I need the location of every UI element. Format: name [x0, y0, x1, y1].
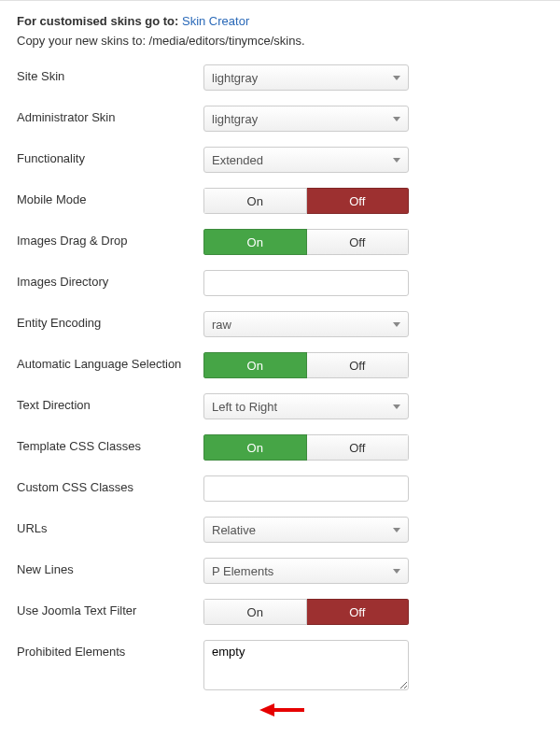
- urls-label: URLs: [17, 517, 203, 535]
- mobile-mode-off[interactable]: Off: [307, 188, 410, 214]
- text-direction-select[interactable]: Left to Right: [203, 393, 409, 419]
- new-lines-select[interactable]: P Elements: [203, 558, 409, 584]
- images-dir-label: Images Directory: [17, 270, 203, 289]
- entity-encoding-label: Entity Encoding: [17, 311, 203, 330]
- images-drag-off[interactable]: Off: [307, 229, 410, 255]
- text-direction-label: Text Direction: [17, 393, 203, 412]
- intro-prefix: For customised skins go to:: [17, 14, 182, 28]
- site-skin-value: lightgray: [212, 71, 258, 85]
- auto-lang-label: Automatic Language Selection: [17, 352, 203, 371]
- intro-line: For customised skins go to: Skin Creator: [17, 14, 543, 28]
- mobile-mode-on[interactable]: On: [203, 188, 307, 214]
- skin-creator-link[interactable]: Skin Creator: [182, 14, 249, 28]
- chevron-down-icon: [393, 76, 400, 80]
- entity-encoding-value: raw: [212, 318, 231, 332]
- template-css-toggle[interactable]: On Off: [203, 434, 409, 461]
- chevron-down-icon: [393, 158, 400, 163]
- prohibited-label: Prohibited Elements: [17, 640, 203, 659]
- chevron-down-icon: [393, 569, 400, 574]
- auto-lang-off[interactable]: Off: [307, 352, 410, 378]
- images-dir-input[interactable]: [203, 270, 409, 296]
- template-css-label: Template CSS Classes: [17, 434, 203, 453]
- chevron-down-icon: [393, 117, 400, 121]
- images-drag-label: Images Drag & Drop: [17, 229, 203, 248]
- joomla-filter-off[interactable]: Off: [307, 599, 410, 625]
- joomla-filter-on[interactable]: On: [203, 599, 307, 625]
- new-lines-label: New Lines: [17, 558, 203, 576]
- joomla-filter-label: Use Joomla Text Filter: [17, 599, 203, 617]
- admin-skin-select[interactable]: lightgray: [203, 106, 409, 132]
- urls-value: Relative: [212, 523, 256, 537]
- chevron-down-icon: [393, 322, 400, 327]
- functionality-label: Functionality: [17, 147, 203, 165]
- template-css-on[interactable]: On: [203, 434, 307, 461]
- site-skin-label: Site Skin: [17, 64, 203, 83]
- copy-path-line: Copy your new skins to: /media/editors/t…: [17, 34, 543, 48]
- chevron-down-icon: [393, 528, 400, 532]
- admin-skin-label: Administrator Skin: [17, 106, 203, 124]
- functionality-select[interactable]: Extended: [203, 147, 409, 173]
- custom-css-label: Custom CSS Classes: [17, 475, 203, 494]
- joomla-filter-toggle[interactable]: On Off: [203, 599, 409, 625]
- urls-select[interactable]: Relative: [203, 517, 409, 543]
- auto-lang-toggle[interactable]: On Off: [203, 352, 409, 378]
- new-lines-value: P Elements: [212, 564, 273, 578]
- template-css-off[interactable]: Off: [307, 434, 410, 461]
- mobile-mode-toggle[interactable]: On Off: [203, 188, 409, 214]
- prohibited-input[interactable]: [203, 640, 409, 690]
- chevron-down-icon: [393, 404, 400, 409]
- custom-css-input[interactable]: [203, 475, 409, 502]
- images-drag-toggle[interactable]: On Off: [203, 229, 409, 255]
- auto-lang-on[interactable]: On: [203, 352, 307, 378]
- entity-encoding-select[interactable]: raw: [203, 311, 409, 337]
- mobile-mode-label: Mobile Mode: [17, 188, 203, 206]
- images-drag-on[interactable]: On: [203, 229, 307, 255]
- site-skin-select[interactable]: lightgray: [203, 64, 409, 91]
- functionality-value: Extended: [212, 153, 263, 167]
- admin-skin-value: lightgray: [212, 112, 258, 126]
- text-direction-value: Left to Right: [212, 400, 277, 414]
